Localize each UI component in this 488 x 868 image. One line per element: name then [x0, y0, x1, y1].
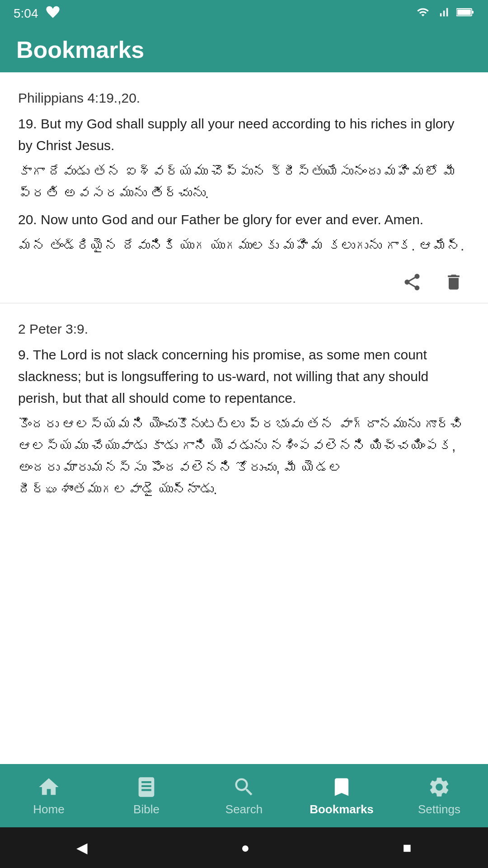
home-button[interactable]: ● — [241, 840, 249, 856]
battery-icon — [456, 6, 474, 21]
nav-item-settings[interactable]: Settings — [403, 775, 475, 816]
svg-rect-1 — [472, 11, 474, 14]
nav-item-bookmarks[interactable]: Bookmarks — [305, 775, 378, 816]
bookmark-reference-2: 2 Peter 3:9. — [18, 321, 470, 337]
nav-item-bible[interactable]: Bible — [110, 775, 183, 816]
bookmark-reference-1: Philippians 4:19.,20. — [18, 90, 470, 106]
bottom-navigation: Home Bible Search Bookmarks Settings — [0, 764, 488, 827]
bookmark-text-te-1b: మన తండ్రియైన దేవునికి యుగ యుగములకు మహిమ … — [18, 235, 470, 257]
page-header: Bookmarks — [0, 27, 488, 72]
time-display: 5:04 — [14, 6, 38, 21]
bookmark-item-2: 2 Peter 3:9. 9. The Lord is not slack co… — [0, 303, 488, 505]
signal-icon — [436, 6, 451, 22]
bookmark-item-1: Philippians 4:19.,20. 19. But my God sha… — [0, 72, 488, 303]
status-bar: 5:04 — [0, 0, 488, 27]
bookmark-text-en-2a: 9. The Lord is not slack concerning his … — [18, 344, 470, 409]
bookmark-text-te-1a: కాగా దేవుడు తన ఐశ్వర్యము చొప్పున క్రీస్త… — [18, 161, 470, 204]
share-button-1[interactable] — [400, 270, 424, 294]
back-button[interactable]: ◀ — [76, 839, 88, 856]
nav-label-home: Home — [33, 802, 64, 816]
nav-label-bookmarks: Bookmarks — [310, 802, 374, 816]
recent-button[interactable]: ■ — [403, 840, 411, 856]
nav-label-settings: Settings — [418, 802, 460, 816]
nav-item-home[interactable]: Home — [13, 775, 85, 816]
bookmark-text-en-1b: 20. Now unto God and our Father be glory… — [18, 209, 470, 231]
nav-item-search[interactable]: Search — [208, 775, 280, 816]
nav-label-search: Search — [225, 802, 263, 816]
nav-label-bible: Bible — [133, 802, 160, 816]
bookmark-actions-1 — [18, 261, 470, 303]
favorite-icon — [46, 5, 60, 23]
page-title: Bookmarks — [16, 36, 144, 63]
delete-button-1[interactable] — [442, 270, 465, 294]
bookmark-text-te-2a: కొందరు ఆలస్యమని యెంచుకొనుటట్లు ప్రభువు త… — [18, 414, 470, 500]
svg-rect-2 — [457, 9, 471, 15]
system-navigation: ◀ ● ■ — [0, 827, 488, 868]
bookmark-text-en-1a: 19. But my God shall supply all your nee… — [18, 113, 470, 156]
wifi-icon — [415, 6, 431, 22]
bookmarks-list: Philippians 4:19.,20. 19. But my God sha… — [0, 72, 488, 764]
